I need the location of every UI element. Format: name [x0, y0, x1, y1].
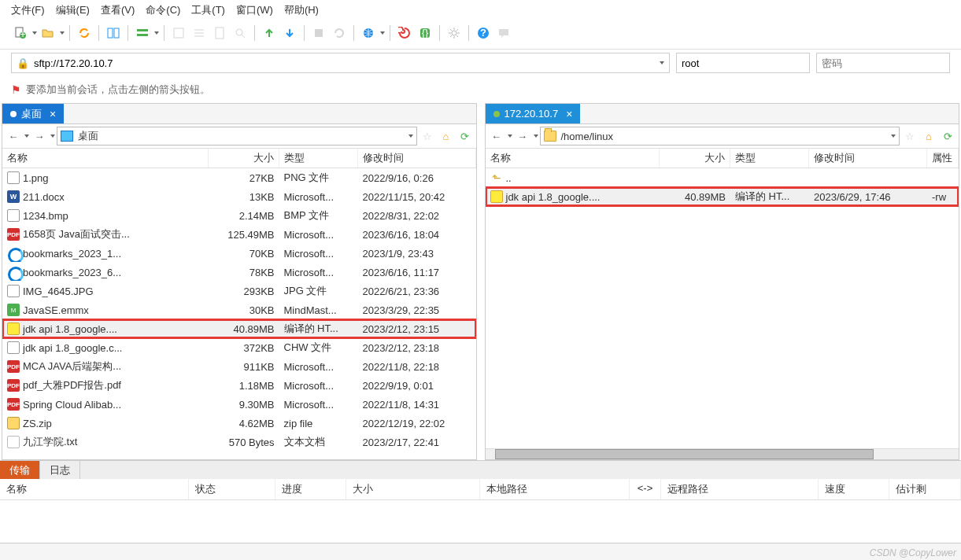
dropdown-icon[interactable]: [50, 134, 55, 138]
file-attr: [927, 175, 959, 180]
tcol-name[interactable]: 名称: [0, 479, 189, 499]
password-input[interactable]: [816, 53, 950, 73]
remote-file-list[interactable]: ⬑..jdk api 1.8_google....40.89MB编译的 HT..…: [486, 168, 959, 448]
download-icon[interactable]: [280, 24, 299, 42]
home-icon[interactable]: ⌂: [920, 127, 937, 145]
spiral-icon[interactable]: [395, 24, 414, 42]
transfer-tab[interactable]: 传输: [0, 461, 40, 479]
file-row[interactable]: 九江学院.txt570 Bytes文本文档2023/2/17, 22:41: [2, 433, 476, 451]
sync-icon[interactable]: [75, 24, 94, 42]
forward-button[interactable]: →: [514, 127, 531, 145]
file-row[interactable]: ZS.zip4.62MBzip file2022/12/19, 22:02: [2, 414, 476, 433]
dropdown-icon[interactable]: [154, 31, 159, 35]
col-date[interactable]: 修改时间: [358, 149, 476, 168]
file-row[interactable]: PDFMCA JAVA后端架构...911KBMicrosoft...2022/…: [2, 357, 476, 376]
local-tab[interactable]: 桌面 ×: [2, 104, 64, 123]
stop-icon[interactable]: [309, 24, 328, 42]
tcol-speed[interactable]: 速度: [819, 479, 889, 499]
local-file-list[interactable]: 1.png27KBPNG 文件2022/9/16, 0:26W211.docx1…: [2, 168, 476, 459]
dropdown-icon[interactable]: [508, 134, 512, 138]
gear-icon[interactable]: [445, 24, 464, 42]
close-icon[interactable]: ×: [566, 108, 572, 120]
log-tab[interactable]: 日志: [40, 461, 80, 479]
remote-path-field[interactable]: /home/linux: [540, 127, 900, 146]
file-row[interactable]: PDFpdf_大雅PDF报告.pdf1.18MBMicrosoft...2022…: [2, 376, 476, 395]
url-field[interactable]: 🔒: [11, 53, 670, 73]
bookmark-icon[interactable]: ☆: [419, 127, 436, 145]
file-row[interactable]: IMG_4645.JPG293KBJPG 文件2022/6/21, 23:36: [2, 282, 476, 300]
dropdown-icon[interactable]: [534, 134, 538, 138]
col-type[interactable]: 类型: [730, 149, 809, 168]
username-input[interactable]: [676, 53, 810, 73]
file-row[interactable]: 1234.bmp2.14MBBMP 文件2022/8/31, 22:02: [2, 206, 476, 225]
tcol-progress[interactable]: 进度: [275, 479, 346, 499]
col-attr[interactable]: 属性: [927, 149, 959, 168]
tcol-size[interactable]: 大小: [346, 479, 480, 499]
transfer-list[interactable]: [0, 500, 961, 543]
forward-button[interactable]: →: [31, 127, 48, 145]
tcol-remote[interactable]: 远程路径: [661, 479, 819, 499]
menu-edit[interactable]: 编辑(E): [56, 3, 90, 17]
refresh-icon[interactable]: ⟳: [456, 127, 474, 145]
file-row[interactable]: 1.png27KBPNG 文件2022/9/16, 0:26: [2, 168, 476, 187]
refresh-icon[interactable]: [330, 24, 349, 42]
file-name: 1.png: [23, 172, 49, 184]
home-icon[interactable]: ⌂: [438, 127, 455, 145]
local-path-field[interactable]: 桌面: [57, 127, 417, 146]
chevron-down-icon[interactable]: [660, 61, 664, 64]
tcol-status[interactable]: 状态: [189, 479, 275, 499]
menu-window[interactable]: 窗口(W): [236, 3, 273, 17]
tcol-dir[interactable]: <->: [630, 479, 661, 499]
tcol-eta[interactable]: 估计剩: [889, 479, 961, 499]
open-folder-icon[interactable]: [39, 24, 57, 42]
file-row[interactable]: MJavaSE.emmx30KBMindMast...2023/3/29, 22…: [2, 300, 476, 319]
remote-tab[interactable]: 172.20.10.7 ×: [486, 104, 581, 123]
file-row[interactable]: bookmarks_2023_6...78KBMicrosoft...2023/…: [2, 263, 476, 282]
menu-help[interactable]: 帮助(H): [284, 3, 319, 17]
file-row[interactable]: ⬑..: [486, 168, 959, 187]
chevron-down-icon[interactable]: [891, 134, 896, 138]
dropdown-icon[interactable]: [60, 31, 65, 35]
chat-icon[interactable]: [494, 24, 513, 42]
col-size[interactable]: 大小: [209, 149, 279, 168]
doc-icon[interactable]: [210, 24, 229, 42]
search-icon[interactable]: [231, 24, 249, 42]
file-row[interactable]: jdk api 1.8_google....40.89MB编译的 HT...20…: [2, 319, 476, 338]
menu-tools[interactable]: 工具(T): [191, 3, 225, 17]
chevron-down-icon[interactable]: [408, 134, 413, 138]
tcol-local[interactable]: 本地路径: [480, 479, 630, 499]
two-pane-icon[interactable]: [104, 24, 123, 42]
menu-view[interactable]: 查看(V): [101, 3, 135, 17]
scrollbar-horizontal[interactable]: [486, 448, 959, 459]
queue-icon[interactable]: [169, 24, 188, 42]
col-type[interactable]: 类型: [279, 149, 358, 168]
close-icon[interactable]: ×: [50, 108, 56, 120]
new-file-icon[interactable]: +: [11, 24, 30, 42]
col-name[interactable]: 名称: [2, 149, 209, 168]
dropdown-icon[interactable]: [24, 134, 29, 138]
globe-icon[interactable]: [359, 24, 378, 42]
menu-cmd[interactable]: 命令(C): [146, 3, 180, 17]
list-icon[interactable]: [190, 24, 209, 42]
dropdown-icon[interactable]: [380, 31, 385, 35]
file-row[interactable]: jdk api 1.8_google.c...372KBCHW 文件2023/2…: [2, 338, 476, 357]
upload-icon[interactable]: [260, 24, 279, 42]
url-input[interactable]: [34, 57, 660, 69]
transfer-settings-icon[interactable]: [133, 24, 152, 42]
refresh-icon[interactable]: ⟳: [939, 127, 956, 145]
brackets-icon[interactable]: {}: [416, 24, 434, 42]
col-name[interactable]: 名称: [486, 149, 660, 168]
file-row[interactable]: W211.docx13KBMicrosoft...2022/11/15, 20:…: [2, 187, 476, 206]
help-icon[interactable]: ?: [474, 24, 493, 42]
dropdown-icon[interactable]: [32, 31, 37, 35]
file-row[interactable]: bookmarks_2023_1...70KBMicrosoft...2023/…: [2, 244, 476, 263]
col-date[interactable]: 修改时间: [809, 149, 927, 168]
menu-file[interactable]: 文件(F): [11, 3, 45, 17]
back-button[interactable]: ←: [488, 127, 505, 145]
back-button[interactable]: ←: [5, 127, 22, 145]
file-row[interactable]: jdk api 1.8_google....40.89MB编译的 HT...20…: [486, 187, 959, 206]
bookmark-icon[interactable]: ☆: [901, 127, 918, 145]
file-row[interactable]: PDF1658页 Java面试突击...125.49MBMicrosoft...…: [2, 225, 476, 244]
file-row[interactable]: PDFSpring Cloud Alibab...9.30MBMicrosoft…: [2, 395, 476, 414]
col-size[interactable]: 大小: [660, 149, 730, 168]
